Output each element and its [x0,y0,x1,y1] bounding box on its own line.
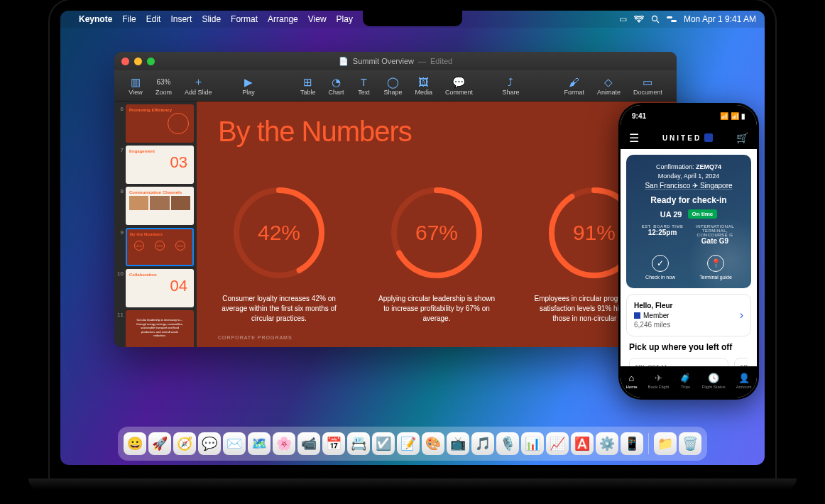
slide-footer: CORPORATE PROGRAMS [218,335,293,340]
tabbar: ⌂Home✈Book Flight🧳Trips🕓Flight Status👤Ac… [621,366,757,398]
dock-downloads[interactable]: 📁 [654,432,677,455]
dock-finder[interactable]: 😀 [124,432,146,455]
slide-navigator[interactable]: 6 Promoting Efficiency 7 Engagement03 8 … [114,102,197,347]
close-button[interactable] [121,57,129,65]
battery-icon[interactable]: ▭ [619,14,627,24]
document-title: 📄 Summit Overview — Edited [339,57,452,66]
dock-maps[interactable]: 🗺️ [248,432,271,455]
thumbnail-6[interactable]: Promoting Efficiency [126,104,194,143]
dock-contacts[interactable]: 📇 [347,432,370,455]
status-badge: On time [688,209,718,219]
trip-card[interactable]: Confirmation: ZEMQ74 Monday, April 1, 20… [626,155,751,288]
checkin-button[interactable]: ✓ Check in now [645,255,675,280]
dock-trash[interactable]: 🗑️ [679,432,701,455]
tab-flight-status[interactable]: 🕓Flight Status [701,373,725,389]
svg-rect-2 [667,16,672,18]
status-title: Ready for check-in [633,195,744,205]
thumbnail-10[interactable]: Collaboration04 [126,269,194,307]
share-button[interactable]: ⤴Share [496,76,525,96]
dock-messages[interactable]: 💬 [198,432,221,455]
signal-wifi-battery-icons: 📶 📶 ▮ [720,112,745,120]
format-button[interactable]: 🖌Format [558,76,590,96]
table-button[interactable]: ⊞Table [295,76,322,96]
dock-numbers[interactable]: 📊 [521,432,544,455]
minimize-button[interactable] [134,57,142,65]
dock-safari[interactable]: 🧭 [173,432,196,455]
menu-format[interactable]: Format [231,14,258,24]
menu-slide[interactable]: Slide [202,14,221,24]
shape-button[interactable]: ◯Shape [378,76,408,96]
play-button[interactable]: ▶Play [236,76,261,96]
dynamic-island [669,111,709,122]
zoom-button[interactable] [147,57,155,65]
dock-freeform[interactable]: 🎨 [422,432,444,455]
board-time: EST. BOARD TIME 12:25pm [636,224,689,245]
menu-file[interactable]: File [122,14,136,24]
tab-trips[interactable]: 🧳Trips [679,373,691,389]
search-icon[interactable] [651,15,660,23]
dock-mirroring[interactable]: 📱 [621,432,643,455]
pin-icon: 📍 [707,255,724,272]
keynote-window: 📄 Summit Overview — Edited ▥View 63%Zoom… [114,52,677,347]
control-center-icon[interactable] [667,16,677,23]
dock-launchpad[interactable]: 🚀 [148,432,171,455]
terminal-guide-button[interactable]: 📍 Terminal guide [699,255,732,280]
dock-keynote[interactable]: 📈 [546,432,569,455]
chevron-right-icon: › [740,309,743,322]
dock-calendar[interactable]: 📅 [322,432,345,455]
app-header: ☰ UNITED 🛒 [621,126,757,149]
media-button[interactable]: 🖼Media [409,76,438,96]
trip-route[interactable]: San Francisco ✈ Singapore [633,182,744,190]
app-name[interactable]: Keynote [79,14,112,24]
dock-mail[interactable]: ✉️ [223,432,246,455]
dock-notes[interactable]: 📝 [397,432,420,455]
gate-info: INTERNATIONAL TERMINAL, CONCOURSE G Gate… [689,224,741,245]
menu-play[interactable]: Play [337,14,353,24]
trip-date: Monday, April 1, 2024 [633,172,744,180]
menu-edit[interactable]: Edit [146,14,161,24]
view-button[interactable]: ▥View [123,76,148,96]
stat-chart-0: 42%Consumer loyalty increases 42% on ave… [218,183,340,324]
menubar-clock[interactable]: Mon Apr 1 9:41 AM [684,14,756,24]
svg-point-0 [652,16,657,21]
tab-book-flight[interactable]: ✈Book Flight [648,373,669,389]
toolbar: ▥View 63%Zoom ＋Add Slide ▶Play ⊞Table ◔C… [114,70,677,102]
confirmation: Confirmation: ZEMQ74 [633,163,744,170]
text-button[interactable]: TText [351,76,376,96]
slide-title: By the Numbers [218,116,655,148]
iphone-mirroring-window[interactable]: 9:41 📶 📶 ▮ ☰ UNITED 🛒 Confirmation: ZEMQ… [618,103,759,400]
member-tier: Member [634,312,672,319]
brand-logo: UNITED [662,133,713,142]
slide-canvas[interactable]: By the Numbers 42%Consumer loyalty incre… [197,102,677,347]
wifi-icon[interactable] [634,16,644,23]
menu-icon[interactable]: ☰ [629,131,639,145]
titlebar[interactable]: 📄 Summit Overview — Edited [114,52,677,70]
dock-music[interactable]: 🎵 [471,432,494,455]
tab-account[interactable]: 👤Account [736,373,752,389]
dock-facetime[interactable]: 📹 [297,432,320,455]
cart-icon[interactable]: 🛒 [736,132,748,143]
chart-button[interactable]: ◔Chart [322,76,349,96]
thumbnail-11[interactable]: Circular leadership is necessary to… thr… [126,310,194,347]
dock-app-store[interactable]: 🅰️ [571,432,594,455]
dock-settings[interactable]: ⚙️ [596,432,618,455]
zoom-button[interactable]: 63%Zoom [150,76,177,96]
thumbnail-7[interactable]: Engagement03 [126,146,194,184]
dock-reminders[interactable]: ☑️ [372,432,395,455]
dock-photos[interactable]: 🌸 [273,432,295,455]
menu-insert[interactable]: Insert [170,14,192,24]
menu-view[interactable]: View [308,14,327,24]
tab-home[interactable]: ⌂Home [625,373,637,389]
animate-button[interactable]: ◇Animate [591,76,626,96]
svg-rect-3 [671,20,677,22]
dock-podcasts[interactable]: 🎙️ [496,432,519,455]
thumbnail-8[interactable]: Communication Channels [126,187,194,225]
comment-button[interactable]: 💬Comment [439,76,479,96]
dock-tv[interactable]: 📺 [447,432,469,455]
add-slide-button[interactable]: ＋Add Slide [179,76,218,96]
menu-arrange[interactable]: Arrange [268,14,298,24]
document-button[interactable]: ▭Document [628,76,668,96]
member-card[interactable]: Hello, Fleur Member 6,246 miles › [626,294,751,336]
member-greeting: Hello, Fleur [634,302,672,309]
thumbnail-9[interactable]: By the Numbers 42%67%91% [126,228,194,266]
